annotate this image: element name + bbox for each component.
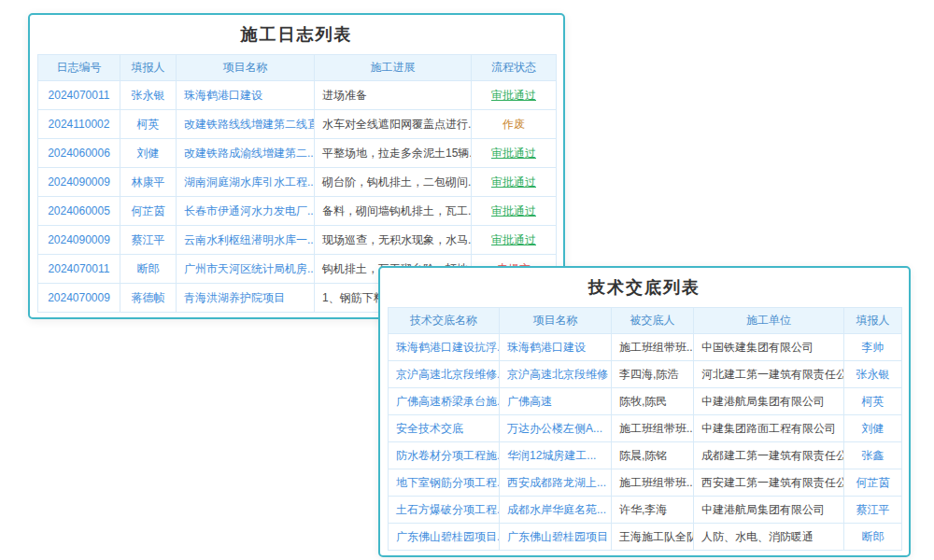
reporter-link[interactable]: 张鑫 xyxy=(844,442,902,469)
project-link[interactable]: 广佛高速 xyxy=(500,388,612,415)
reporter-link[interactable]: 李帅 xyxy=(844,334,902,361)
col-header-receiver: 被交底人 xyxy=(612,308,694,334)
table-row: 2024060006 刘健 改建铁路成渝线增建第二... 平整场地，拉走多余泥土… xyxy=(38,139,557,168)
disclosure-name-link[interactable]: 地下室钢筋分项工程... xyxy=(389,469,500,497)
progress-text: 砌台阶，钩机排土，二包砌间... xyxy=(315,168,472,197)
tech-disclosure-panel: 技术交底列表 技术交底名称 项目名称 被交底人 施工单位 填报人 珠海鹤港口建设… xyxy=(378,266,911,557)
reporter-link[interactable]: 张永银 xyxy=(844,361,902,388)
table-row: 2024090009 蔡江平 云南水利枢纽潜明水库一... 现场巡查，无积水现象… xyxy=(38,226,557,255)
disclosure-name-link[interactable]: 京沪高速北京段维修... xyxy=(389,361,500,388)
unit-text: 中建港航局集团有限公司 xyxy=(694,497,844,524)
disclosure-name-link[interactable]: 珠海鹤港口建设抗浮... xyxy=(389,334,500,361)
tech-disclosure-table: 技术交底名称 项目名称 被交底人 施工单位 填报人 珠海鹤港口建设抗浮... 珠… xyxy=(388,307,902,551)
log-id-cell[interactable]: 2024070011 xyxy=(38,255,120,284)
project-link[interactable]: 成都水岸华庭名苑... xyxy=(500,497,612,524)
project-link[interactable]: 京沪高速北京段维修 xyxy=(500,361,612,388)
project-link[interactable]: 云南水利枢纽潜明水库一... xyxy=(177,226,315,255)
reporter-link[interactable]: 蒋德帧 xyxy=(120,284,177,313)
status-badge[interactable]: 审批通过 xyxy=(472,197,557,226)
tech-header-row: 技术交底名称 项目名称 被交底人 施工单位 填报人 xyxy=(389,308,902,334)
progress-text: 备料，砌间墙钩机排土，瓦工... xyxy=(315,197,472,226)
col-header-unit: 施工单位 xyxy=(694,308,844,334)
table-row: 2024110002 柯英 改建铁路线线增建第二线直... 水车对全线遮阳网覆盖… xyxy=(38,110,557,139)
disclosure-name-link[interactable]: 土石方爆破分项工程... xyxy=(389,497,500,524)
reporter-link[interactable]: 刘健 xyxy=(120,139,177,168)
log-id-cell[interactable]: 2024090009 xyxy=(38,168,120,197)
table-row: 广佛高速桥梁承台施... 广佛高速 陈牧,陈民 中建港航局集团有限公司 柯英 xyxy=(389,388,902,415)
log-panel-title: 施工日志列表 xyxy=(30,15,563,54)
table-row: 京沪高速北京段维修... 京沪高速北京段维修 李四海,陈浩 河北建工第一建筑有限… xyxy=(389,361,902,388)
reporter-link[interactable]: 柯英 xyxy=(120,110,177,139)
unit-text: 中建港航局集团有限公司 xyxy=(694,388,844,415)
project-link[interactable]: 珠海鹤港口建设 xyxy=(177,81,315,110)
table-row: 安全技术交底 万达办公楼左侧A... 施工班组带班... 中建集团路面工程有限公… xyxy=(389,415,902,442)
reporter-link[interactable]: 断郎 xyxy=(844,524,902,551)
table-row: 珠海鹤港口建设抗浮... 珠海鹤港口建设 施工班组带班... 中国铁建集团有限公… xyxy=(389,334,902,361)
log-id-cell[interactable]: 2024060006 xyxy=(38,139,120,168)
disclosure-name-link[interactable]: 防水卷材分项工程施... xyxy=(389,442,500,469)
progress-text: 进场准备 xyxy=(315,81,472,110)
log-id-cell[interactable]: 2024070011 xyxy=(38,81,120,110)
project-link[interactable]: 青海洪湖养护院项目 xyxy=(177,284,315,313)
log-id-cell[interactable]: 2024060005 xyxy=(38,197,120,226)
receiver-text: 施工班组带班... xyxy=(612,415,694,442)
receiver-text: 施工班组带班... xyxy=(612,334,694,361)
reporter-link[interactable]: 蔡江平 xyxy=(120,226,177,255)
status-badge[interactable]: 审批通过 xyxy=(472,226,557,255)
col-header-reporter: 填报人 xyxy=(120,55,177,81)
log-id-cell[interactable]: 2024110002 xyxy=(38,110,120,139)
project-link[interactable]: 长春市伊通河水力发电厂... xyxy=(177,197,315,226)
receiver-text: 李四海,陈浩 xyxy=(612,361,694,388)
col-header-project: 项目名称 xyxy=(500,308,612,334)
log-id-cell[interactable]: 2024090009 xyxy=(38,226,120,255)
table-row: 广东佛山碧桂园项目... 广东佛山碧桂园项目 王海施工队全队 人防、水电、消防暖… xyxy=(389,524,902,551)
table-row: 防水卷材分项工程施... 华润12城房建工... 陈晨,陈铭 成都建工第一建筑有… xyxy=(389,442,902,469)
reporter-link[interactable]: 柯英 xyxy=(844,388,902,415)
receiver-text: 施工班组带班... xyxy=(612,469,694,497)
disclosure-name-link[interactable]: 广佛高速桥梁承台施... xyxy=(389,388,500,415)
unit-text: 人防、水电、消防暖通 xyxy=(694,524,844,551)
project-link[interactable]: 万达办公楼左侧A... xyxy=(500,415,612,442)
col-header-log-id: 日志编号 xyxy=(38,55,120,81)
col-header-reporter: 填报人 xyxy=(844,308,902,334)
unit-text: 中建集团路面工程有限公司 xyxy=(694,415,844,442)
reporter-link[interactable]: 刘健 xyxy=(844,415,902,442)
project-link[interactable]: 广州市天河区统计局机房... xyxy=(177,255,315,284)
table-row: 土石方爆破分项工程... 成都水岸华庭名苑... 许华,李海 中建港航局集团有限… xyxy=(389,497,902,524)
project-link[interactable]: 西安成都路龙湖上... xyxy=(500,469,612,497)
project-link[interactable]: 华润12城房建工... xyxy=(500,442,612,469)
unit-text: 西安建工第一建筑有限责任公司 xyxy=(694,469,844,497)
reporter-link[interactable]: 何芷茵 xyxy=(120,197,177,226)
progress-text: 水车对全线遮阳网覆盖点进行... xyxy=(315,110,472,139)
receiver-text: 陈晨,陈铭 xyxy=(612,442,694,469)
table-row: 地下室钢筋分项工程... 西安成都路龙湖上... 施工班组带班... 西安建工第… xyxy=(389,469,902,497)
col-header-status: 流程状态 xyxy=(472,55,557,81)
disclosure-name-link[interactable]: 广东佛山碧桂园项目... xyxy=(389,524,500,551)
reporter-link[interactable]: 蔡江平 xyxy=(844,497,902,524)
log-header-row: 日志编号 填报人 项目名称 施工进展 流程状态 xyxy=(38,55,557,81)
status-badge[interactable]: 审批通过 xyxy=(472,139,557,168)
log-id-cell[interactable]: 2024070009 xyxy=(38,284,120,313)
status-badge[interactable]: 审批通过 xyxy=(472,168,557,197)
reporter-link[interactable]: 张永银 xyxy=(120,81,177,110)
col-header-progress: 施工进展 xyxy=(315,55,472,81)
project-link[interactable]: 改建铁路线线增建第二线直... xyxy=(177,110,315,139)
col-header-disclosure-name: 技术交底名称 xyxy=(389,308,500,334)
unit-text: 河北建工第一建筑有限责任公司 xyxy=(694,361,844,388)
status-badge: 作废 xyxy=(472,110,557,139)
project-link[interactable]: 广东佛山碧桂园项目 xyxy=(500,524,612,551)
table-row: 2024060005 何芷茵 长春市伊通河水力发电厂... 备料，砌间墙钩机排土… xyxy=(38,197,557,226)
project-link[interactable]: 改建铁路成渝线增建第二... xyxy=(177,139,315,168)
disclosure-name-link[interactable]: 安全技术交底 xyxy=(389,415,500,442)
reporter-link[interactable]: 林康平 xyxy=(120,168,177,197)
reporter-link[interactable]: 断郎 xyxy=(120,255,177,284)
unit-text: 成都建工第一建筑有限责任公司 xyxy=(694,442,844,469)
project-link[interactable]: 珠海鹤港口建设 xyxy=(500,334,612,361)
receiver-text: 王海施工队全队 xyxy=(612,524,694,551)
receiver-text: 许华,李海 xyxy=(612,497,694,524)
reporter-link[interactable]: 何芷茵 xyxy=(844,469,902,497)
table-row: 2024090009 林康平 湖南洞庭湖水库引水工程... 砌台阶，钩机排土，二… xyxy=(38,168,557,197)
project-link[interactable]: 湖南洞庭湖水库引水工程... xyxy=(177,168,315,197)
unit-text: 中国铁建集团有限公司 xyxy=(694,334,844,361)
status-badge[interactable]: 审批通过 xyxy=(472,81,557,110)
